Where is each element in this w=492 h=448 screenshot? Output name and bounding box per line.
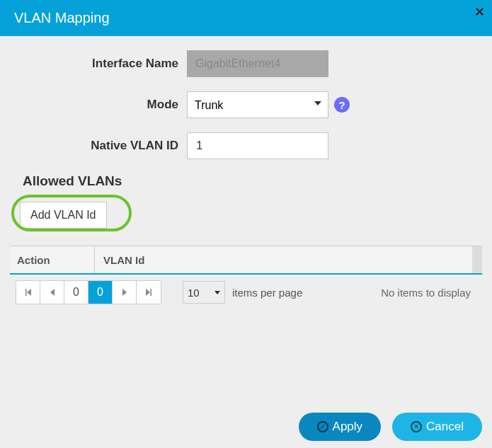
svg-marker-4 bbox=[146, 289, 150, 296]
label-interface-name: Interface Name bbox=[10, 57, 187, 71]
row-interface-name: Interface Name bbox=[10, 50, 482, 77]
page-size-select[interactable]: 10 bbox=[183, 281, 225, 304]
allowed-vlans-heading: Allowed VLANs bbox=[23, 173, 482, 189]
table-header-row: Action VLAN Id bbox=[10, 246, 482, 275]
last-page-icon bbox=[146, 289, 151, 296]
mode-select-wrap: Trunk bbox=[187, 91, 328, 118]
pager-prev-button[interactable] bbox=[40, 281, 64, 304]
cancel-label: Cancel bbox=[426, 420, 464, 434]
scrollbar-stub bbox=[472, 246, 482, 273]
interface-name-field bbox=[187, 50, 328, 77]
dialog-footer: ✓ Apply ✕ Cancel bbox=[299, 413, 482, 441]
first-page-icon bbox=[25, 289, 31, 296]
no-items-label: No items to display bbox=[381, 287, 471, 299]
pager: 0 0 bbox=[16, 280, 161, 304]
vlan-table: Action VLAN Id bbox=[10, 246, 482, 310]
pager-first-button[interactable] bbox=[16, 281, 40, 304]
items-per-page-label: items per page bbox=[232, 287, 302, 299]
check-icon: ✓ bbox=[317, 421, 328, 432]
svg-marker-2 bbox=[50, 289, 55, 296]
dialog-title: VLAN Mapping bbox=[14, 10, 110, 25]
page-size-value: 10 bbox=[188, 287, 200, 299]
pager-next-button[interactable] bbox=[113, 281, 137, 304]
row-native-vlan: Native VLAN ID bbox=[10, 132, 482, 159]
help-icon[interactable]: ? bbox=[334, 97, 350, 113]
apply-button[interactable]: ✓ Apply bbox=[299, 413, 382, 441]
mode-select[interactable]: Trunk bbox=[187, 91, 328, 118]
pager-last-button[interactable] bbox=[137, 281, 161, 304]
column-action: Action bbox=[10, 246, 95, 273]
add-vlan-button[interactable]: Add VLAN Id bbox=[20, 202, 107, 229]
svg-marker-1 bbox=[27, 289, 31, 296]
next-page-icon bbox=[122, 289, 127, 296]
prev-page-icon bbox=[50, 289, 55, 296]
cross-icon: ✕ bbox=[411, 421, 422, 432]
dialog-header: VLAN Mapping ✕ bbox=[0, 0, 492, 36]
pager-page-current[interactable]: 0 bbox=[88, 281, 113, 304]
row-mode: Mode Trunk ? bbox=[10, 91, 482, 118]
cancel-button[interactable]: ✕ Cancel bbox=[392, 413, 482, 441]
svg-rect-0 bbox=[25, 289, 27, 296]
add-vlan-highlight: Add VLAN Id bbox=[20, 202, 107, 229]
apply-label: Apply bbox=[333, 420, 363, 434]
svg-rect-5 bbox=[151, 289, 152, 296]
native-vlan-input[interactable] bbox=[187, 132, 328, 159]
label-native-vlan: Native VLAN ID bbox=[10, 139, 187, 153]
svg-marker-3 bbox=[122, 289, 127, 296]
label-mode: Mode bbox=[10, 98, 187, 112]
pager-page-left: 0 bbox=[64, 281, 88, 304]
chevron-down-icon bbox=[214, 291, 220, 294]
column-vlan-id: VLAN Id bbox=[95, 246, 472, 273]
dialog-body: Interface Name Mode Trunk ? Native VLAN … bbox=[0, 36, 492, 310]
pager-row: 0 0 10 bbox=[10, 275, 482, 310]
vlan-mapping-dialog: VLAN Mapping ✕ Interface Name Mode Trunk… bbox=[0, 0, 492, 448]
close-icon[interactable]: ✕ bbox=[474, 4, 485, 20]
